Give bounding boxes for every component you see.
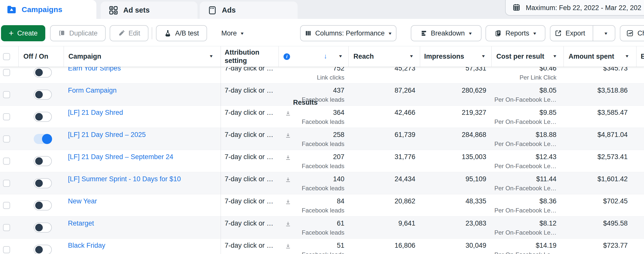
tab-ad-sets[interactable]: Ad sets	[101, 2, 197, 19]
charts-button[interactable]: Ch	[620, 25, 644, 41]
reports-button[interactable]: Reports ▼	[486, 25, 545, 41]
campaign-name-link[interactable]: [LF] Summer Sprint - 10 Days for $10	[68, 175, 181, 183]
row-checkbox[interactable]	[3, 135, 10, 142]
toolbar-divider	[152, 27, 152, 39]
export-dropdown-button[interactable]: ▼	[597, 26, 615, 41]
campaign-toggle[interactable]	[34, 67, 52, 78]
attribution-setting-value: 7-day click or …	[225, 220, 273, 227]
chevron-down-icon[interactable]: ▼	[209, 54, 214, 58]
row-checkbox[interactable]	[3, 202, 10, 209]
toggle-knob	[35, 157, 43, 165]
toggle-knob	[35, 69, 43, 76]
chevron-down-icon[interactable]: ▼	[481, 54, 486, 58]
campaign-toggle[interactable]	[34, 223, 52, 233]
toggle-knob	[35, 224, 43, 231]
chevron-down-icon: ▼	[388, 31, 392, 35]
export-icon	[554, 29, 562, 37]
results-value: 140	[333, 175, 344, 183]
chevron-down-icon[interactable]: ▼	[625, 54, 629, 58]
ab-test-button[interactable]: A/B test	[156, 25, 207, 41]
ab-test-button-label: A/B test	[175, 29, 199, 37]
campaign-name-link[interactable]: [LF] 21 Day Shred – 2025	[68, 131, 146, 139]
reach-value: 24,434	[394, 175, 415, 183]
reach-value: 45,273	[394, 67, 415, 72]
row-checkbox[interactable]	[3, 224, 10, 231]
campaign-name-link[interactable]: [LF] 21 Day Shred	[68, 109, 123, 117]
chart-icon	[626, 29, 634, 37]
date-range-selector[interactable]: Maximum: Feb 22, 2022 - Mar 22, 202	[505, 0, 644, 16]
tab-campaigns[interactable]: Campaigns	[0, 0, 96, 19]
amount-spent-value: $345.73	[603, 67, 628, 72]
campaign-toggle[interactable]	[34, 178, 52, 188]
chevron-down-icon: ▼	[532, 31, 537, 35]
breakdown-button[interactable]: Breakdown ▼	[411, 25, 481, 41]
reach-value: 16,806	[394, 242, 415, 249]
campaign-name-link[interactable]: Earn Your Stripes	[68, 67, 121, 72]
select-all-checkbox[interactable]	[3, 53, 10, 60]
info-icon[interactable]: i	[284, 53, 290, 60]
download-icon[interactable]	[285, 198, 292, 206]
table-row: New Year 7-day click or … 84 Facebook le…	[0, 194, 644, 216]
cost-per-result-type-label: Per On-Facebook Le…	[494, 229, 556, 236]
results-value: 258	[333, 131, 344, 139]
row-checkbox[interactable]	[3, 246, 10, 253]
column-header-impressions[interactable]: Impressions ▼	[420, 46, 491, 67]
cost-per-result-value: $18.88	[536, 131, 556, 139]
download-icon[interactable]	[285, 110, 292, 118]
row-checkbox[interactable]	[3, 180, 10, 187]
edit-button[interactable]: Edit	[110, 25, 148, 41]
campaign-name-link[interactable]: New Year	[68, 197, 97, 205]
chevron-down-icon[interactable]: ▼	[338, 54, 343, 58]
cost-per-result-value: $9.85	[539, 109, 556, 117]
duplicate-button[interactable]: Duplicate	[50, 25, 106, 41]
download-icon[interactable]	[285, 154, 292, 162]
column-header-ends[interactable]: En	[636, 46, 644, 67]
cost-per-result-value: $11.44	[536, 175, 556, 183]
campaign-name-link[interactable]: [LF] 21 Day Shred – September 24	[68, 153, 173, 161]
row-checkbox[interactable]	[3, 158, 10, 165]
tab-strip: Campaigns Ad sets	[0, 0, 644, 19]
attribution-setting-value: 7-day click or …	[225, 131, 273, 139]
column-header-amount-spent[interactable]: Amount spent ▼	[564, 46, 636, 67]
chevron-down-icon[interactable]: ▼	[409, 54, 414, 58]
row-checkbox[interactable]	[3, 113, 10, 120]
reach-value: 31,776	[394, 153, 415, 161]
campaign-name-link[interactable]: Black Friday	[68, 242, 105, 249]
flask-icon	[164, 29, 172, 37]
row-checkbox[interactable]	[3, 69, 10, 76]
chevron-down-icon[interactable]: ▼	[552, 54, 557, 58]
impressions-value: 135,003	[462, 153, 486, 161]
results-value: 84	[337, 197, 344, 205]
reach-value: 61,739	[394, 131, 415, 139]
impressions-value: 95,109	[465, 175, 486, 183]
toggle-knob	[35, 202, 43, 209]
column-header-cost-per-result[interactable]: Cost per result ▼	[491, 46, 564, 67]
campaign-toggle[interactable]	[34, 90, 52, 100]
campaign-toggle[interactable]	[34, 200, 52, 210]
campaign-toggle[interactable]	[34, 156, 52, 166]
cost-per-result-value: $14.19	[536, 242, 556, 249]
campaign-toggle[interactable]	[34, 134, 52, 144]
amount-spent-value: $1,601.42	[597, 175, 628, 183]
more-button[interactable]: More ▼	[214, 25, 252, 41]
more-button-label: More	[221, 29, 237, 37]
campaign-toggle[interactable]	[34, 245, 52, 254]
tab-ads[interactable]: Ads	[200, 2, 298, 19]
row-checkbox[interactable]	[3, 91, 10, 98]
campaign-name-link[interactable]: Form Campaign	[68, 87, 117, 94]
campaign-toggle[interactable]	[34, 112, 52, 122]
download-icon[interactable]	[285, 243, 292, 251]
results-type-label: Facebook leads	[302, 207, 344, 214]
edit-button-label: Edit	[129, 29, 140, 37]
download-icon[interactable]	[285, 221, 292, 229]
column-header-attribution[interactable]: Attribution setting	[225, 48, 275, 65]
campaign-name-link[interactable]: Retarget	[68, 220, 94, 227]
column-header-reach[interactable]: Reach ▼	[348, 46, 420, 67]
column-header-campaign[interactable]: Campaign ▼	[64, 46, 221, 67]
table-row: [LF] 21 Day Shred – September 24 7-day c…	[0, 150, 644, 172]
download-icon[interactable]	[285, 176, 292, 184]
columns-button[interactable]: Columns: Performance ▼	[300, 25, 396, 41]
export-button[interactable]: Export	[550, 26, 589, 41]
download-icon[interactable]	[285, 132, 292, 140]
create-button[interactable]: + Create	[1, 25, 45, 41]
